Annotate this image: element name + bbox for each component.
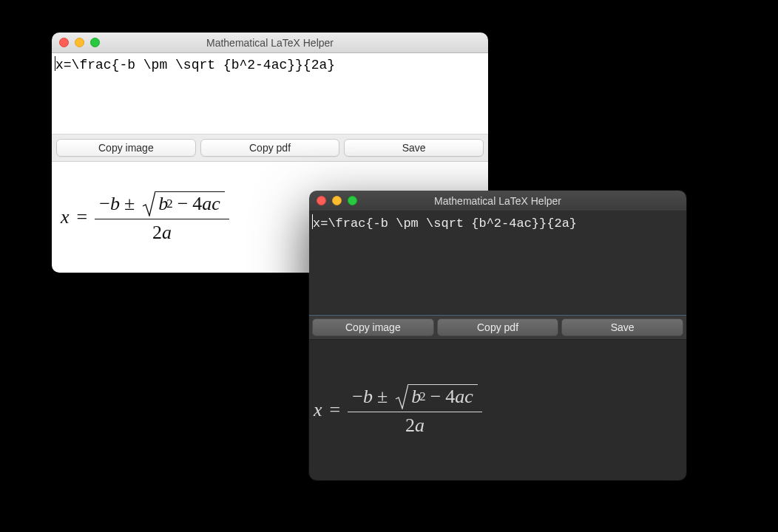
minus-sign: − (177, 192, 189, 215)
toolbar: Copy image Copy pdf Save (309, 315, 686, 340)
latex-helper-window-dark: Mathematical LaTeX Helper x=\frac{-b \pm… (309, 191, 686, 480)
rendered-formula: x = −b ± b2 − 4ac (61, 191, 229, 244)
const-4: 4 (445, 385, 455, 408)
negative-sign: − (99, 193, 110, 215)
titlebar[interactable]: Mathematical LaTeX Helper (309, 191, 686, 211)
window-title: Mathematical LaTeX Helper (52, 37, 488, 49)
zoom-icon[interactable] (348, 196, 357, 205)
save-button[interactable]: Save (344, 139, 484, 157)
var-a: a (455, 385, 464, 408)
var-c: c (464, 385, 473, 408)
window-title: Mathematical LaTeX Helper (309, 195, 686, 207)
var-b: b (110, 193, 120, 215)
square-root: b2 − 4ac (395, 384, 478, 409)
copy-image-button[interactable]: Copy image (312, 318, 434, 336)
var-a: a (202, 192, 212, 215)
var-a-den: a (415, 415, 424, 437)
denominator: 2a (148, 222, 176, 244)
fraction-bar (348, 412, 482, 412)
copy-image-button[interactable]: Copy image (56, 139, 196, 157)
titlebar[interactable]: Mathematical LaTeX Helper (52, 33, 488, 53)
latex-input[interactable]: x=\frac{-b \pm \sqrt {b^2-4ac}}{2a} (309, 211, 686, 315)
denominator: 2a (401, 415, 429, 437)
copy-pdf-button[interactable]: Copy pdf (437, 318, 559, 336)
numerator: −b ± b2 − 4ac (348, 384, 482, 409)
window-controls (59, 38, 100, 47)
latex-input-text: x=\frac{-b \pm \sqrt {b^2-4ac}}{2a} (55, 58, 335, 72)
fraction: −b ± b2 − 4ac 2a (348, 384, 482, 437)
exponent-2: 2 (419, 389, 425, 404)
numerator: −b ± b2 − 4ac (95, 191, 229, 216)
radicand: b2 − 4ac (408, 384, 478, 409)
formula-preview: x = −b ± b2 − 4ac (309, 340, 686, 480)
zoom-icon[interactable] (90, 38, 100, 47)
minimize-icon[interactable] (75, 38, 84, 47)
var-b: b (363, 386, 373, 408)
radical-icon (395, 384, 408, 409)
square-root: b2 − 4ac (142, 191, 225, 216)
var-x: x (61, 206, 70, 228)
close-icon[interactable] (59, 38, 69, 47)
plus-minus-sign: ± (124, 193, 135, 215)
plus-minus-sign: ± (377, 386, 388, 408)
equals-sign: = (330, 399, 341, 421)
const-4: 4 (192, 192, 202, 215)
toolbar: Copy image Copy pdf Save (52, 134, 488, 162)
rendered-formula: x = −b ± b2 − 4ac (314, 384, 482, 437)
minus-sign: − (430, 385, 442, 408)
fraction: −b ± b2 − 4ac 2a (95, 191, 229, 244)
window-controls (317, 196, 357, 205)
negative-sign: − (352, 386, 363, 408)
var-x: x (314, 399, 322, 421)
radical-icon (142, 191, 155, 216)
const-2: 2 (152, 222, 162, 244)
fraction-bar (95, 219, 229, 219)
save-button[interactable]: Save (561, 318, 683, 336)
var-a-den: a (162, 222, 172, 244)
radicand: b2 − 4ac (155, 191, 225, 216)
exponent-2: 2 (166, 197, 172, 211)
latex-input[interactable]: x=\frac{-b \pm \sqrt {b^2-4ac}}{2a} (52, 53, 488, 134)
const-2: 2 (405, 415, 415, 437)
var-c: c (212, 192, 220, 215)
minimize-icon[interactable] (332, 196, 342, 205)
latex-input-text: x=\frac{-b \pm \sqrt {b^2-4ac}}{2a} (313, 216, 577, 231)
copy-pdf-button[interactable]: Copy pdf (200, 139, 340, 157)
equals-sign: = (77, 206, 88, 228)
close-icon[interactable] (317, 196, 326, 205)
